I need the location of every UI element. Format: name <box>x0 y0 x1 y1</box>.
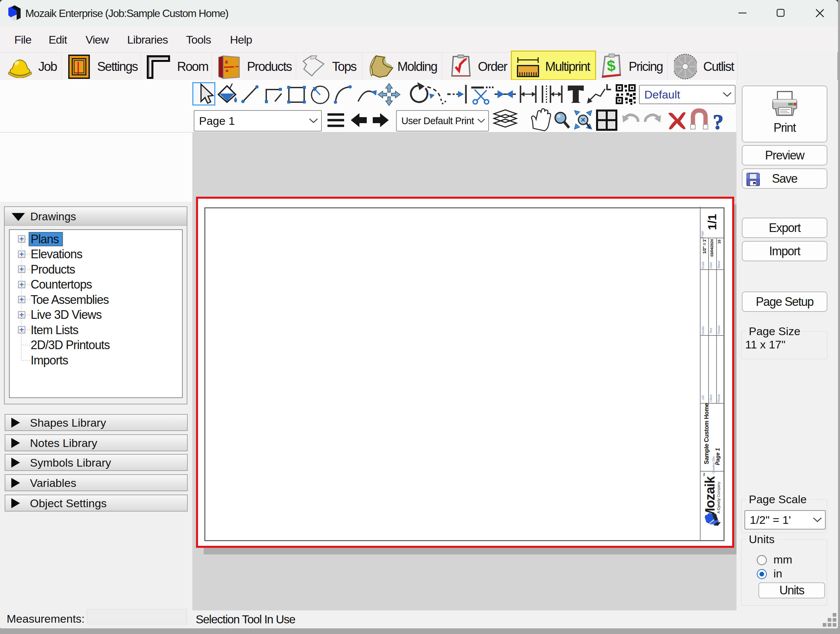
svg-text:?: ? <box>713 110 723 132</box>
svg-text:$: $ <box>606 57 616 74</box>
